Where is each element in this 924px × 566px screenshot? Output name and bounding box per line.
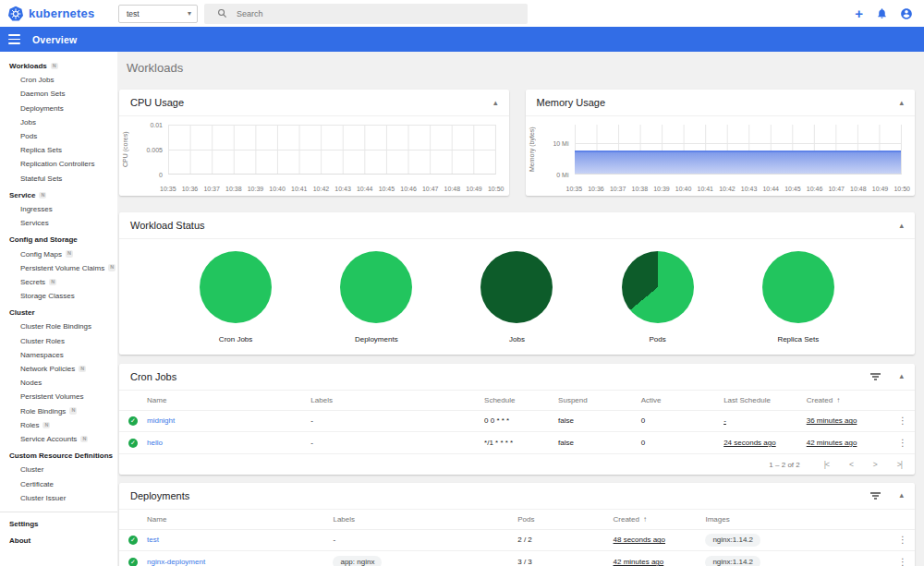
prev-page-button[interactable]: <	[849, 460, 853, 469]
cronjob-name-link[interactable]: midnight	[147, 416, 175, 425]
replica-sets-pie-chart	[762, 251, 834, 323]
column-header-last-schedule[interactable]: Last Schedule	[723, 391, 807, 410]
sidebar-item-roles[interactable]: RolesN	[0, 418, 117, 432]
sidebar-item-about[interactable]: About	[0, 534, 117, 548]
row-menu-button[interactable]: ⋮	[898, 535, 907, 545]
column-header-labels[interactable]: Labels	[333, 510, 517, 529]
sidebar-header-service[interactable]: Service N	[0, 188, 117, 202]
filter-icon[interactable]	[869, 490, 882, 501]
sidebar-item-replication-controllers[interactable]: Replication Controllers	[0, 157, 117, 171]
cpu-plot-area	[168, 125, 496, 175]
pie-label: Replica Sets	[777, 335, 819, 343]
sidebar-item-network-policies[interactable]: Network PoliciesN	[0, 362, 117, 376]
sidebar-item-secrets[interactable]: SecretsN	[0, 275, 117, 289]
sidebar-item-persistent-volume-claims[interactable]: Persistent Volume ClaimsN	[0, 261, 117, 275]
deployment-name-link[interactable]: nginx-deployment	[147, 558, 205, 566]
deployment-name-link[interactable]: test	[147, 536, 159, 544]
status-success-icon: ✓	[128, 536, 138, 545]
row-menu-button[interactable]: ⋮	[898, 557, 907, 566]
column-header-created[interactable]: Created↑	[614, 510, 706, 529]
collapse-caret-icon[interactable]: ▴	[899, 491, 904, 500]
collapse-caret-icon[interactable]: ▴	[493, 99, 498, 107]
sidebar-item-namespaces[interactable]: Namespaces	[0, 348, 117, 362]
column-header-suspend[interactable]: Suspend	[558, 391, 641, 410]
labels-cell: -	[333, 529, 517, 551]
memory-x-axis: 10:3510:3610:3710:3810:3910:4010:4110:42…	[564, 186, 914, 192]
sidebar-item-cluster-roles[interactable]: Cluster Roles	[0, 334, 117, 348]
sidebar-item-crd-cluster[interactable]: Cluster	[0, 463, 117, 476]
memory-usage-title: Memory Usage	[537, 97, 606, 108]
deployments-title: Deployments	[130, 490, 189, 501]
kubernetes-logo[interactable]: kubernetes	[0, 6, 111, 22]
sidebar-header-workloads[interactable]: Workloads N	[0, 59, 117, 73]
x-tick: 10:39	[650, 186, 673, 192]
pie-label: Deployments	[355, 335, 398, 343]
first-page-button[interactable]: |<	[824, 460, 829, 469]
sidebar-item-role-bindings[interactable]: Role BindingsN	[0, 404, 117, 418]
cronjob-name-link[interactable]: hello	[147, 439, 163, 447]
last-page-button[interactable]: >|	[897, 460, 902, 469]
table-header-row: Name Labels Pods Created↑ Images	[119, 510, 915, 529]
column-header-schedule[interactable]: Schedule	[484, 391, 558, 410]
column-header-name[interactable]: Name	[147, 391, 310, 410]
sidebar-item-settings[interactable]: Settings	[0, 517, 117, 531]
column-header-active[interactable]: Active	[641, 391, 724, 410]
pods-pie-group: Pods	[598, 251, 718, 343]
column-header-pods[interactable]: Pods	[517, 510, 613, 529]
namespaced-badge: N	[51, 63, 58, 70]
x-tick: 10:35	[564, 186, 586, 192]
row-menu-button[interactable]: ⋮	[898, 438, 907, 448]
chevron-down-icon: ▾	[188, 9, 191, 18]
sidebar-item-nodes[interactable]: Nodes	[0, 376, 117, 390]
x-tick: 10:48	[442, 186, 464, 192]
sidebar-item-deployments[interactable]: Deployments	[0, 102, 117, 115]
app-bar: Overview	[0, 27, 924, 52]
column-header-name[interactable]: Name	[147, 510, 333, 529]
cron-jobs-table: Name Labels Schedule Suspend Active Last…	[119, 391, 915, 453]
collapse-caret-icon[interactable]: ▴	[899, 99, 904, 107]
sidebar-item-config-maps[interactable]: Config MapsN	[0, 247, 117, 260]
sidebar-item-replica-sets[interactable]: Replica Sets	[0, 143, 117, 157]
deployments-table: Name Labels Pods Created↑ Images ✓ test …	[119, 510, 915, 566]
search-bar[interactable]	[204, 4, 528, 24]
next-page-button[interactable]: >	[873, 460, 877, 469]
menu-hamburger-icon[interactable]	[8, 34, 20, 43]
sidebar-item-ingresses[interactable]: Ingresses	[0, 202, 117, 216]
sidebar-item-crd-certificate[interactable]: Certificate	[0, 476, 117, 490]
table-row: ✓ hello - */1 * * * * false 0 24 seconds…	[119, 432, 915, 454]
column-header-created[interactable]: Created↑	[807, 391, 891, 410]
sidebar-item-stateful-sets[interactable]: Stateful Sets	[0, 172, 117, 186]
collapse-caret-icon[interactable]: ▴	[899, 222, 904, 230]
x-tick: 10:46	[397, 186, 419, 192]
created-cell: 36 minutes ago	[807, 416, 857, 425]
namespace-selector[interactable]: test ▾	[118, 5, 198, 23]
sidebar-item-services[interactable]: Services	[0, 216, 117, 230]
sidebar-item-service-accounts[interactable]: Service AccountsN	[0, 432, 117, 446]
sidebar-item-cluster-role-bindings[interactable]: Cluster Role Bindings	[0, 319, 117, 333]
sidebar-item-persistent-volumes[interactable]: Persistent Volumes	[0, 390, 117, 403]
sidebar-item-crd-cluster-issuer[interactable]: Cluster Issuer	[0, 491, 117, 505]
x-tick: 10:41	[288, 186, 310, 192]
namespaced-badge: N	[49, 279, 56, 286]
labels-cell: -	[310, 410, 484, 432]
search-input[interactable]	[237, 9, 468, 18]
sidebar-item-storage-classes[interactable]: Storage Classes	[0, 289, 117, 303]
row-menu-button[interactable]: ⋮	[898, 415, 907, 426]
replica-sets-pie-group: Replica Sets	[738, 251, 858, 343]
filter-icon[interactable]	[869, 371, 882, 382]
sidebar-item-cron-jobs[interactable]: Cron Jobs	[0, 73, 117, 87]
column-header-images[interactable]: Images	[705, 510, 891, 529]
namespaced-badge: N	[66, 250, 73, 258]
sidebar-item-jobs[interactable]: Jobs	[0, 115, 117, 129]
top-bar: kubernetes test ▾ +	[0, 0, 924, 27]
sidebar-item-daemon-sets[interactable]: Daemon Sets	[0, 87, 117, 101]
notifications-bell-icon[interactable]	[875, 7, 888, 20]
last-schedule-cell: -	[723, 416, 726, 425]
sidebar-item-pods[interactable]: Pods	[0, 129, 117, 143]
appbar-title: Overview	[32, 34, 77, 45]
jobs-pie-chart	[480, 251, 553, 323]
collapse-caret-icon[interactable]: ▴	[899, 372, 904, 380]
user-account-icon[interactable]	[900, 7, 913, 20]
column-header-labels[interactable]: Labels	[310, 391, 484, 410]
create-resource-button[interactable]: +	[855, 6, 863, 20]
